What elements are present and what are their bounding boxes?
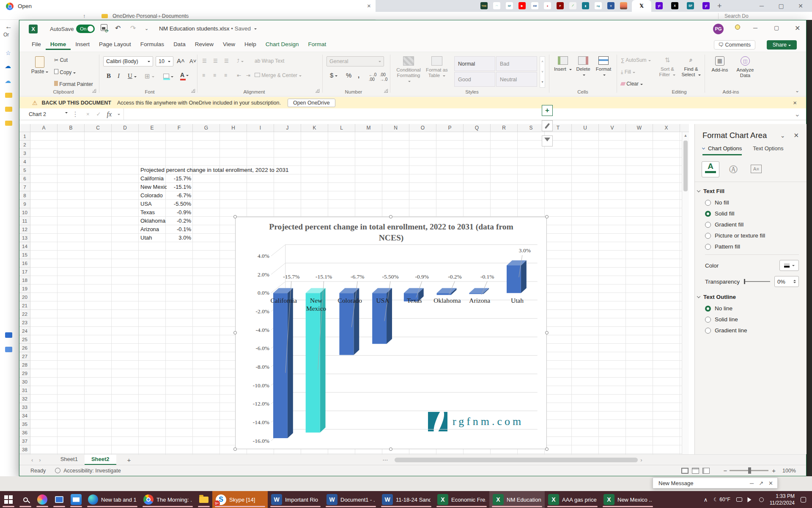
row-header-24[interactable]: 24 bbox=[19, 327, 30, 335]
merge-center-button[interactable]: Merge & Center bbox=[255, 72, 302, 78]
row-header-21[interactable]: 21 bbox=[19, 301, 30, 310]
youtube-icon[interactable]: ▶ bbox=[518, 2, 526, 9]
sheet-tabs[interactable]: Sheet1Sheet2 bbox=[54, 455, 116, 465]
shield-icon[interactable]: V bbox=[607, 2, 614, 9]
menu-tab-home[interactable]: Home bbox=[46, 38, 71, 50]
row-header-23[interactable]: 23 bbox=[19, 318, 30, 327]
cell-E8[interactable]: Colorado bbox=[140, 191, 167, 200]
shrink-font-button[interactable]: A˅ bbox=[189, 58, 196, 64]
align-top-button[interactable]: ☰ bbox=[202, 58, 207, 64]
column-header-F[interactable]: F bbox=[166, 124, 193, 132]
taskbar-item-document1[interactable]: WDocument1 - ... bbox=[323, 491, 379, 508]
orientation-button[interactable]: ⤴ bbox=[237, 58, 244, 64]
column-header-S[interactable]: S bbox=[518, 124, 545, 132]
monitor-icon[interactable] bbox=[5, 347, 12, 352]
fill-color-button[interactable] bbox=[163, 72, 173, 80]
radio-picture-or-texture-fill[interactable] bbox=[705, 233, 711, 239]
star-icon[interactable]: ☆ bbox=[5, 50, 11, 56]
column-header-G[interactable]: G bbox=[193, 124, 220, 132]
formula-expand-icon[interactable]: ⌄ bbox=[795, 110, 800, 118]
column-header-M[interactable]: M bbox=[355, 124, 382, 132]
add-ins-button[interactable]: ▦ Add-ins bbox=[709, 55, 731, 90]
new-message-window[interactable]: New Message ─ ↗ ✕ bbox=[653, 478, 778, 489]
backup-close-icon[interactable]: × bbox=[793, 99, 797, 106]
page-layout-view-button[interactable] bbox=[692, 468, 699, 474]
column-header-P[interactable]: P bbox=[436, 124, 464, 132]
fx-icon[interactable]: fx bbox=[107, 110, 112, 118]
row-header-18[interactable]: 18 bbox=[19, 276, 30, 284]
row-header-33[interactable]: 33 bbox=[19, 403, 30, 411]
cell-E13[interactable]: Utah bbox=[140, 234, 167, 242]
chart-handle[interactable] bbox=[389, 447, 392, 451]
option-no-line[interactable]: No line bbox=[705, 305, 807, 312]
cell-E10[interactable]: Texas bbox=[140, 208, 167, 217]
hscroll-right-icon[interactable]: › bbox=[640, 457, 642, 463]
option-solid-line[interactable]: Solid line bbox=[705, 316, 807, 323]
folder-icon[interactable] bbox=[5, 93, 12, 98]
yahoo-icon[interactable]: y! bbox=[656, 2, 663, 9]
cell-F10[interactable]: -0.9% bbox=[167, 208, 191, 217]
accounting-format-button[interactable]: $ bbox=[330, 72, 337, 79]
taskbar-item-search[interactable] bbox=[17, 491, 34, 508]
font-color-button[interactable]: A bbox=[180, 72, 189, 78]
column-header-E[interactable]: E bbox=[139, 124, 166, 132]
option-gradient-fill[interactable]: Gradient fill bbox=[705, 221, 807, 228]
column-header-J[interactable]: J bbox=[274, 124, 301, 132]
fx-dropdown-icon[interactable] bbox=[116, 110, 120, 118]
radio-gradient-line[interactable] bbox=[705, 328, 711, 334]
row-header-15[interactable]: 15 bbox=[19, 251, 30, 259]
chart-handle[interactable] bbox=[233, 215, 237, 218]
row-header-16[interactable]: 16 bbox=[19, 259, 30, 268]
pane-collapse-icon[interactable]: ⌄ bbox=[780, 132, 785, 139]
system-tray[interactable]: ∧ ☾ 60°F 1:33 PM11/22/2024 bbox=[704, 491, 812, 508]
menu-tab-view[interactable]: View bbox=[218, 38, 240, 50]
transparency-value[interactable]: 0% bbox=[774, 276, 799, 287]
menu-tab-help[interactable]: Help bbox=[240, 38, 261, 50]
fill-button[interactable]: ⤓ Fill bbox=[621, 69, 635, 75]
folder-icon[interactable] bbox=[5, 121, 12, 126]
autosum-button[interactable]: ∑ AutoSum bbox=[621, 57, 651, 63]
tab-chart-options[interactable]: Chart Options bbox=[702, 145, 742, 155]
folder-icon[interactable] bbox=[5, 107, 12, 112]
scroll-up-icon[interactable]: ▲ bbox=[682, 132, 689, 139]
pane-close-icon[interactable]: ✕ bbox=[793, 132, 799, 139]
taskbar-item-mail[interactable] bbox=[68, 491, 85, 508]
option-no-fill[interactable]: No fill bbox=[705, 199, 807, 206]
row-header-2[interactable]: 2 bbox=[19, 141, 30, 149]
cancel-icon[interactable]: × bbox=[86, 111, 90, 117]
taskbar-item-11-18-24-sand[interactable]: W11-18-24 Sand... bbox=[379, 491, 434, 508]
row-header-1[interactable]: 1 bbox=[19, 132, 30, 141]
lightbulb-icon[interactable] bbox=[735, 25, 740, 30]
cut-button[interactable]: ✂ Cut bbox=[54, 57, 68, 63]
share-button[interactable]: Share bbox=[767, 40, 797, 50]
column-header-V[interactable]: V bbox=[599, 124, 626, 132]
radio-no-fill[interactable] bbox=[705, 200, 711, 206]
align-center-button[interactable]: ≡ bbox=[213, 72, 216, 78]
cell-E5[interactable]: Projected percent change in total enroll… bbox=[140, 166, 289, 174]
percent-style-button[interactable]: % bbox=[346, 72, 351, 79]
align-right-button[interactable]: ≡ bbox=[224, 72, 227, 78]
taskbar-item-copilot[interactable] bbox=[34, 491, 51, 508]
taskbar-item-important-rio[interactable]: WImportant Rio ... bbox=[268, 491, 323, 508]
font-launcher-icon[interactable] bbox=[191, 89, 195, 93]
chart-elements-button[interactable]: + bbox=[542, 105, 553, 116]
document-title[interactable]: NM Education students.xlsx • Saved bbox=[159, 25, 257, 32]
option-pattern-fill[interactable]: Pattern fill bbox=[705, 243, 807, 250]
font-size-select[interactable]: 10 bbox=[156, 56, 173, 66]
radio-solid-line[interactable] bbox=[705, 317, 711, 323]
browser-minimize-button[interactable]: ─ bbox=[752, 0, 771, 12]
horizontal-scrollbar[interactable] bbox=[395, 458, 638, 462]
column-header-X[interactable]: X bbox=[653, 124, 680, 132]
row-headers[interactable]: 1234567891011121314151617181920212223242… bbox=[19, 132, 30, 474]
analyze-data-button[interactable]: ◫ Analyze Data bbox=[733, 55, 757, 90]
active-browser-tab[interactable]: 𝕏 bbox=[632, 0, 651, 12]
clear-button[interactable]: Clear bbox=[621, 81, 643, 87]
bold-button[interactable]: B bbox=[107, 72, 111, 80]
column-header-B[interactable]: B bbox=[58, 124, 85, 132]
onedrive-cloud-icon[interactable]: ☁ bbox=[5, 62, 11, 70]
column-headers[interactable]: ABCDEFGHIJKLMNOPQRSTUVWX bbox=[30, 124, 689, 132]
menu-tab-formulas[interactable]: Formulas bbox=[136, 38, 169, 50]
new-sheet-button[interactable]: + bbox=[127, 456, 131, 464]
taskbar-item-the-morning[interactable]: The Morning: ... bbox=[140, 491, 195, 508]
cell-E6[interactable]: California bbox=[140, 174, 167, 183]
